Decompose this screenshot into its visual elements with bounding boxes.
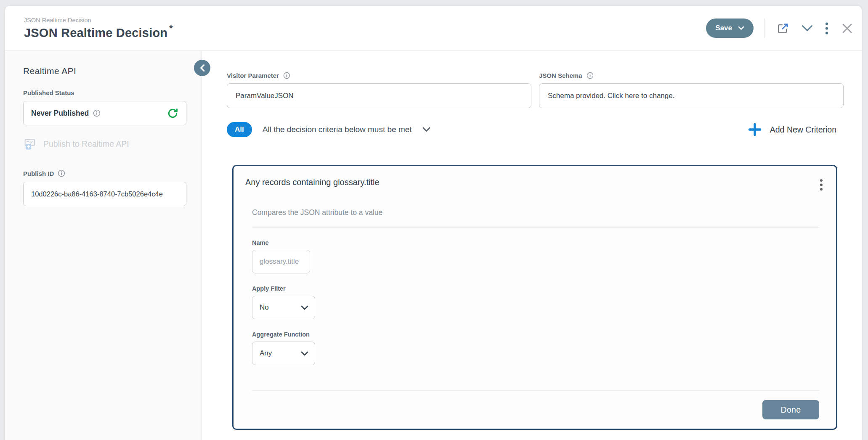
criterion-card-body: Compares the JSON attribute to a value N… <box>234 192 836 429</box>
info-icon[interactable] <box>58 170 65 177</box>
info-icon[interactable] <box>93 109 101 117</box>
visitor-parameter-field: Visitor Parameter <box>227 72 531 108</box>
published-status-box: Never Published <box>23 101 186 125</box>
aggregate-function-label: Aggregate Function <box>252 331 819 338</box>
info-icon[interactable] <box>283 72 290 79</box>
collapse-sidebar-button[interactable] <box>194 60 210 76</box>
publish-id-label: Publish ID <box>23 170 186 177</box>
top-fields-row: Visitor Parameter JSON Schema <box>227 72 844 108</box>
save-button-label: Save <box>715 24 732 32</box>
match-rule-text: All the decision criteria below must be … <box>263 125 412 134</box>
published-status-label: Published Status <box>23 89 186 96</box>
app-body: Realtime API Published Status Never Publ… <box>5 51 862 440</box>
all-badge: All <box>227 122 252 137</box>
done-button[interactable]: Done <box>762 400 819 419</box>
visitor-parameter-label: Visitor Parameter <box>227 72 531 79</box>
unsaved-indicator: * <box>169 23 173 33</box>
divider <box>252 227 819 228</box>
add-new-criterion-label: Add New Criterion <box>770 125 836 135</box>
chevron-down-icon <box>301 351 308 356</box>
close-icon[interactable] <box>839 21 855 36</box>
add-new-criterion-button[interactable]: Add New Criterion <box>748 122 836 137</box>
name-input[interactable] <box>252 250 310 273</box>
realtime-api-sidebar: Realtime API Published Status Never Publ… <box>5 51 202 440</box>
open-in-new-icon[interactable] <box>775 21 791 36</box>
match-rule-dropdown[interactable]: All All the decision criteria below must… <box>227 122 430 137</box>
sidebar-heading: Realtime API <box>23 66 186 76</box>
chevron-down-icon <box>422 127 430 132</box>
criterion-card: Any records containing glossary.title Co… <box>232 165 837 430</box>
json-schema-field: JSON Schema <box>539 72 844 108</box>
refresh-status-icon[interactable] <box>167 108 178 119</box>
apply-filter-label: Apply Filter <box>252 285 819 292</box>
visitor-parameter-input[interactable] <box>227 83 531 108</box>
criterion-title: Any records containing glossary.title <box>245 178 380 187</box>
criterion-description: Compares the JSON attribute to a value <box>252 208 819 217</box>
app-window: JSON Realtime Decision JSON Realtime Dec… <box>5 6 862 440</box>
collapse-header-chevron-icon[interactable] <box>800 24 814 33</box>
published-status-label-text: Published Status <box>23 89 74 96</box>
done-row: Done <box>252 400 819 429</box>
chevron-down-icon <box>738 26 744 30</box>
publish-id-box <box>23 182 186 206</box>
visitor-parameter-label-text: Visitor Parameter <box>227 72 279 79</box>
json-schema-input[interactable] <box>539 83 844 108</box>
publish-id-input[interactable] <box>31 190 178 198</box>
match-rule-row: All All the decision criteria below must… <box>227 122 844 137</box>
kebab-menu-icon[interactable] <box>824 21 830 36</box>
header: JSON Realtime Decision JSON Realtime Dec… <box>5 6 862 51</box>
apply-filter-value: No <box>260 303 269 312</box>
json-schema-label-text: JSON Schema <box>539 72 582 79</box>
publish-to-realtime-api-button[interactable]: Publish to Realtime API <box>23 138 129 151</box>
header-actions: Save <box>706 19 855 38</box>
name-label: Name <box>252 239 819 246</box>
aggregate-function-value: Any <box>260 349 272 358</box>
divider <box>252 390 819 391</box>
aggregate-function-select[interactable]: Any <box>252 342 315 365</box>
page-title: JSON Realtime Decision <box>24 26 167 40</box>
published-status-value: Never Published <box>31 109 89 118</box>
header-titles: JSON Realtime Decision JSON Realtime Dec… <box>24 17 173 40</box>
header-divider <box>764 19 764 38</box>
publish-button-label: Publish to Realtime API <box>43 139 129 149</box>
main-content: Visitor Parameter JSON Schema <box>202 51 862 440</box>
publish-icon <box>23 138 36 151</box>
apply-filter-select[interactable]: No <box>252 296 315 319</box>
criterion-kebab-menu-icon[interactable] <box>818 178 824 192</box>
breadcrumb: JSON Realtime Decision <box>24 17 173 24</box>
json-schema-label: JSON Schema <box>539 72 844 79</box>
criterion-card-header: Any records containing glossary.title <box>234 166 836 192</box>
chevron-down-icon <box>301 305 308 310</box>
publish-id-label-text: Publish ID <box>23 170 54 177</box>
info-icon[interactable] <box>587 72 594 79</box>
title-row: JSON Realtime Decision * <box>24 26 173 40</box>
plus-icon <box>748 122 762 137</box>
save-button[interactable]: Save <box>706 19 754 38</box>
